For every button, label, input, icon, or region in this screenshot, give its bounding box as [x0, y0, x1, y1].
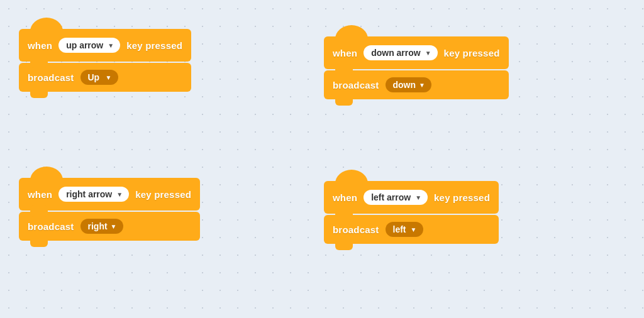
down-arrow-group: whendown arrow▼key pressedbroadcastdown▼	[324, 25, 509, 99]
key-dropdown-label: down arrow	[371, 48, 421, 58]
chevron-down-icon: ▼	[419, 82, 425, 89]
key-dropdown-label: up arrow	[66, 40, 103, 50]
chevron-down-icon: ▼	[415, 194, 421, 201]
left-arrow-group: whenleft arrow▼key pressedbroadcastleft▼	[324, 170, 499, 244]
broadcast-value-dropdown[interactable]: down▼	[386, 77, 431, 92]
chevron-down-icon: ▼	[116, 191, 123, 198]
key-dropdown-label: left arrow	[371, 192, 411, 202]
key-pressed-label: key pressed	[126, 40, 182, 51]
key-dropdown[interactable]: down arrow▼	[364, 45, 437, 60]
chevron-down-icon: ▼	[111, 223, 117, 230]
broadcast-value-label: right	[88, 221, 108, 231]
broadcast-value-label: left	[393, 224, 406, 234]
chevron-down-icon: ▼	[425, 50, 431, 57]
chevron-down-icon: ▼	[411, 226, 417, 233]
when-label: when	[333, 192, 357, 203]
scratch-canvas: whenup arrow▼key pressedbroadcastUp▼when…	[0, 0, 644, 318]
broadcast-label: broadcast	[333, 80, 379, 90]
broadcast-value-label: down	[393, 80, 416, 90]
key-pressed-label: key pressed	[434, 192, 490, 203]
up-arrow-group: whenup arrow▼key pressedbroadcastUp▼	[19, 18, 191, 92]
broadcast-value-dropdown[interactable]: right▼	[80, 219, 123, 234]
key-pressed-label: key pressed	[444, 48, 500, 58]
broadcast-value-label: Up	[88, 72, 100, 82]
broadcast-label: broadcast	[28, 221, 74, 232]
when-label: when	[28, 189, 52, 200]
when-label: when	[28, 40, 52, 51]
chevron-down-icon: ▼	[108, 42, 114, 49]
key-pressed-label: key pressed	[135, 189, 191, 200]
chevron-down-icon: ▼	[106, 74, 112, 81]
key-dropdown-label: right arrow	[66, 189, 112, 199]
when-label: when	[333, 48, 357, 58]
key-dropdown[interactable]: up arrow▼	[58, 38, 120, 53]
broadcast-value-dropdown[interactable]: left▼	[386, 222, 423, 237]
right-arrow-group: whenright arrow▼key pressedbroadcastrigh…	[19, 167, 200, 241]
broadcast-label: broadcast	[333, 224, 379, 235]
key-dropdown[interactable]: right arrow▼	[58, 187, 129, 202]
broadcast-label: broadcast	[28, 72, 74, 83]
hat-block-down-arrow-group: whendown arrow▼key pressed	[324, 36, 509, 69]
key-dropdown[interactable]: left arrow▼	[364, 190, 428, 205]
broadcast-value-dropdown[interactable]: Up▼	[80, 70, 118, 85]
broadcast-block-down-arrow-group: broadcastdown▼	[324, 70, 509, 99]
